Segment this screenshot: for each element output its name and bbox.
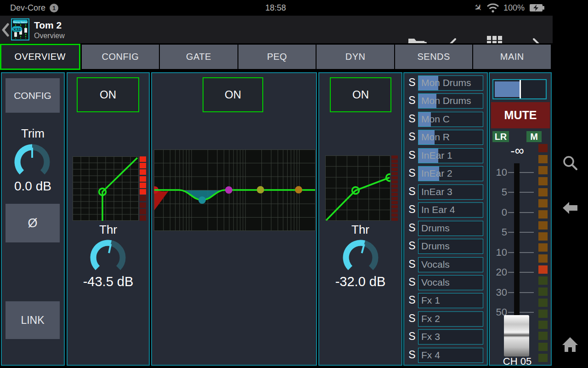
tab-main[interactable]: MAIN <box>473 45 551 69</box>
dyn-thr-value: -32.0 dB <box>319 274 401 289</box>
send-name: Drums <box>421 241 450 252</box>
scale-label: 0 <box>491 207 507 218</box>
send-button[interactable]: InEar 1 <box>418 148 483 163</box>
tab-gate[interactable]: GATE <box>160 45 237 69</box>
gate-meter <box>140 156 146 221</box>
send-button[interactable]: Fx 2 <box>418 311 483 327</box>
fader-cap[interactable] <box>504 315 529 356</box>
send-row: SFx 1 <box>405 293 486 309</box>
send-button[interactable]: Mon C <box>418 112 483 127</box>
send-row: SVocals <box>405 275 486 291</box>
channel-tab-bar: OVERVIEW CONFIG GATE PEQ DYN SENDS MAIN <box>0 43 551 71</box>
send-prefix: S <box>406 149 418 161</box>
send-prefix: S <box>406 240 418 252</box>
config-panel: CONFIG Trim 0.0 dB Ø LINK <box>1 72 65 366</box>
send-prefix: S <box>406 294 418 306</box>
search-button[interactable] <box>561 154 579 172</box>
back-button[interactable] <box>561 199 579 217</box>
send-prefix: S <box>406 222 418 234</box>
tab-config[interactable]: CONFIG <box>82 45 159 69</box>
scale-tick <box>508 192 534 193</box>
peq-band5-handle[interactable] <box>295 186 302 194</box>
send-row: SFx 4 <box>405 348 486 363</box>
dyn-thr-knob[interactable] <box>340 237 381 278</box>
send-button[interactable]: Fx 1 <box>418 293 483 308</box>
send-row: SInEar 3 <box>405 184 486 200</box>
send-prefix: S <box>406 349 418 361</box>
scale-tick <box>508 312 534 313</box>
dyn-thr-label: Thr <box>319 223 401 237</box>
send-button[interactable]: Vocals <box>418 275 483 290</box>
send-name: InEar 1 <box>421 150 452 161</box>
send-button[interactable]: In Ear 4 <box>418 202 483 218</box>
send-name: Mon C <box>421 114 450 125</box>
gate-curve-graph[interactable] <box>73 156 139 221</box>
send-row: SMon R <box>405 130 486 145</box>
peq-band4-handle[interactable] <box>257 186 264 194</box>
send-name: Vocals <box>421 277 450 288</box>
send-button[interactable]: InEar 3 <box>418 184 483 200</box>
app-icon-title: Mixing Station <box>13 21 28 23</box>
scale-label: 10 <box>491 247 507 258</box>
scale-tick <box>508 172 534 173</box>
trim-value: 0.0 dB <box>2 179 64 194</box>
gate-thr-knob[interactable] <box>87 237 129 278</box>
clock: 18:58 <box>0 3 551 13</box>
mono-assign-badge[interactable]: M <box>526 131 542 142</box>
dyn-on-button[interactable]: ON <box>330 77 391 112</box>
fader-level-value: -∞ <box>490 144 545 158</box>
send-name: Fx 3 <box>421 331 440 342</box>
send-button[interactable]: Fx 3 <box>418 329 483 345</box>
phase-button[interactable]: Ø <box>6 204 60 242</box>
peq-band2-handle[interactable] <box>198 196 206 204</box>
gate-on-button[interactable]: ON <box>77 77 139 112</box>
send-button[interactable]: Vocals <box>418 257 483 272</box>
tab-sends[interactable]: SENDS <box>395 45 473 69</box>
scale-tick <box>508 292 534 293</box>
scale-label: 5 <box>491 227 507 238</box>
send-row: SFx 2 <box>405 311 486 327</box>
send-name: Mon Drums <box>421 77 471 88</box>
send-button[interactable]: InEar 2 <box>418 166 483 181</box>
app-icon[interactable]: Mixing Station X32 <box>11 18 29 40</box>
battery-charging-icon <box>529 4 544 12</box>
send-prefix: S <box>406 312 418 325</box>
send-button[interactable]: Drums <box>418 221 483 236</box>
send-button[interactable]: Mon R <box>418 130 483 145</box>
peq-band3-handle[interactable] <box>225 186 232 194</box>
send-row: SMon Drums <box>405 75 486 91</box>
send-name: Mon R <box>421 132 450 143</box>
send-prefix: S <box>406 113 418 125</box>
mute-button[interactable]: MUTE <box>491 102 550 128</box>
scale-label: 10 <box>491 167 507 178</box>
lr-assign-badge[interactable]: LR <box>492 131 509 142</box>
config-button[interactable]: CONFIG <box>6 78 60 113</box>
gate-thr-label: Thr <box>68 223 149 237</box>
app-icon-badge: X32 <box>13 27 21 32</box>
app-header: Mixing Station X32 Tom 2 Overview <box>0 16 553 43</box>
header-right-gap <box>553 16 588 43</box>
send-prefix: S <box>406 76 418 89</box>
link-button[interactable]: LINK <box>6 301 60 339</box>
send-button[interactable]: Mon Drums <box>418 75 483 91</box>
peq-panel: ON <box>151 72 317 366</box>
send-button[interactable]: Mon Drums <box>418 93 483 109</box>
send-name: Fx 4 <box>421 350 440 361</box>
peq-curve-graph[interactable] <box>154 150 316 231</box>
send-row: SMon Drums <box>405 93 486 109</box>
drawer-chevron-icon[interactable] <box>1 23 10 37</box>
scale-tick <box>508 252 534 253</box>
tab-peq[interactable]: PEQ <box>238 45 316 69</box>
peq-on-button[interactable]: ON <box>203 77 263 112</box>
tab-dyn[interactable]: DYN <box>317 45 394 69</box>
scale-label: 20 <box>491 267 507 278</box>
send-button[interactable]: Drums <box>418 239 483 254</box>
send-name: InEar 3 <box>421 186 452 197</box>
send-button[interactable]: Fx 4 <box>418 348 483 363</box>
home-button[interactable] <box>561 335 579 354</box>
dyn-curve-graph[interactable] <box>325 155 390 221</box>
trim-knob[interactable] <box>11 141 53 183</box>
pan-slider[interactable] <box>492 79 547 99</box>
tab-overview[interactable]: OVERVIEW <box>0 44 80 70</box>
page-subtitle: Overview <box>34 31 65 40</box>
